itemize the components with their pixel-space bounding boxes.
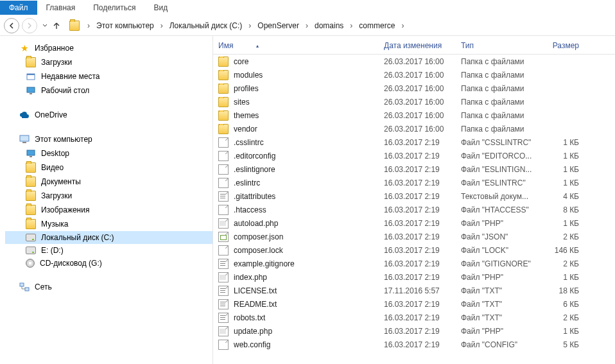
column-header-date[interactable]: Дата изменения xyxy=(379,41,456,50)
php-file-icon xyxy=(218,218,229,229)
main-area: ★ Избранное Загрузки Недавние места Рабо… xyxy=(0,36,615,364)
folder-icon xyxy=(26,219,36,229)
ribbon-tab-file[interactable]: Файл xyxy=(0,1,37,15)
file-date: 16.03.2017 2:19 xyxy=(379,165,456,174)
tree-item[interactable]: Документы xyxy=(5,175,212,189)
file-name: robots.txt xyxy=(234,313,265,322)
crumb-domains[interactable]: domains xyxy=(311,20,347,31)
file-date: 16.03.2017 2:19 xyxy=(379,273,456,282)
file-row[interactable]: autoload.php16.03.2017 2:19Файл "PHP"1 К… xyxy=(213,216,615,230)
column-header-type[interactable]: Тип xyxy=(456,41,546,50)
file-name: autoload.php xyxy=(234,219,278,228)
file-row[interactable]: sites26.03.2017 16:00Папка с файлами xyxy=(213,95,615,108)
breadcrumb[interactable]: › Этот компьютер› Локальный диск (C:)› O… xyxy=(67,18,611,33)
tree-item-downloads[interactable]: Загрузки xyxy=(5,55,212,69)
file-size: 1 КБ xyxy=(546,165,584,174)
tree-onedrive[interactable]: OneDrive xyxy=(5,108,212,122)
chevron-right-icon[interactable]: › xyxy=(85,21,92,30)
file-row[interactable]: README.txt16.03.2017 2:19Файл "TXT"6 КБ xyxy=(213,297,615,311)
tree-item[interactable]: E: (D:) xyxy=(5,244,212,257)
chevron-right-icon[interactable]: › xyxy=(246,21,254,30)
tree-item[interactable]: CD-дисковод (G:) xyxy=(5,257,212,270)
column-header-name[interactable]: Имя▴ xyxy=(213,41,379,50)
column-header-size[interactable]: Размер xyxy=(546,41,584,50)
file-icon xyxy=(218,340,229,350)
file-row[interactable]: .eslintrc16.03.2017 2:19Файл "ESLINTRC"1… xyxy=(213,176,615,189)
file-date: 16.03.2017 2:19 xyxy=(379,327,456,336)
crumb-this-pc[interactable]: Этот компьютер xyxy=(92,20,158,31)
cd-icon xyxy=(26,259,35,268)
tree-item[interactable]: Изображения xyxy=(5,203,212,217)
desktop-icon xyxy=(26,85,36,96)
nav-up-button[interactable] xyxy=(53,22,60,30)
ribbon-tab-view[interactable]: Вид xyxy=(144,1,177,15)
file-row[interactable]: composer.lock16.03.2017 2:19Файл "LOCK"1… xyxy=(213,243,615,257)
file-date: 26.03.2017 16:00 xyxy=(379,71,456,80)
file-row[interactable]: core26.03.2017 16:00Папка с файлами xyxy=(213,55,615,68)
file-row[interactable]: .csslintrc16.03.2017 2:19Файл "CSSLINTRC… xyxy=(213,135,615,149)
ribbon-tab-home[interactable]: Главная xyxy=(37,1,85,15)
file-size: 18 КБ xyxy=(546,286,584,295)
tree-item-label: E: (D:) xyxy=(41,246,64,255)
folder-icon xyxy=(218,110,229,121)
file-type: Файл "ESLINTRC" xyxy=(456,178,546,187)
tree-favorites[interactable]: ★ Избранное xyxy=(5,41,212,55)
folder-icon xyxy=(218,56,229,67)
nav-back-button[interactable] xyxy=(4,18,19,33)
chevron-right-icon[interactable]: › xyxy=(303,21,311,30)
tree-item-label: CD-дисковод (G:) xyxy=(40,259,102,268)
file-row[interactable]: modules26.03.2017 16:00Папка с файлами xyxy=(213,68,615,82)
folder-icon xyxy=(218,124,229,134)
file-date: 16.03.2017 2:19 xyxy=(379,192,456,201)
recent-locations-dropdown[interactable] xyxy=(42,24,48,28)
svg-rect-9 xyxy=(25,288,29,291)
chevron-right-icon[interactable]: › xyxy=(399,21,406,30)
tree-onedrive-label: OneDrive xyxy=(35,110,67,119)
file-row[interactable]: .editorconfig16.03.2017 2:19Файл "EDITOR… xyxy=(213,149,615,162)
file-date: 16.03.2017 2:19 xyxy=(379,313,456,322)
ribbon-tabs: Файл Главная Поделиться Вид xyxy=(0,0,615,15)
file-type: Файл "CSSLINTRC" xyxy=(456,138,546,147)
file-row[interactable]: .htaccess16.03.2017 2:19Файл "HTACCESS"8… xyxy=(213,203,615,216)
tree-item[interactable]: Видео xyxy=(5,160,212,175)
file-row[interactable]: update.php16.03.2017 2:19Файл "PHP"1 КБ xyxy=(213,324,615,338)
file-name: LICENSE.txt xyxy=(234,286,277,295)
file-row[interactable]: robots.txt16.03.2017 2:19Файл "TXT"2 КБ xyxy=(213,311,615,324)
file-name: .gitattributes xyxy=(234,192,275,201)
file-row[interactable]: vendor26.03.2017 16:00Папка с файлами xyxy=(213,122,615,135)
file-row[interactable]: themes26.03.2017 16:00Папка с файлами xyxy=(213,108,615,122)
chevron-right-icon[interactable]: › xyxy=(158,21,166,30)
crumb-local-disk[interactable]: Локальный диск (C:) xyxy=(166,20,247,31)
file-row[interactable]: composer.json16.03.2017 2:19Файл "JSON"2… xyxy=(213,230,615,243)
file-type: Папка с файлами xyxy=(456,125,546,134)
file-name: index.php xyxy=(234,273,267,282)
ribbon-tab-share[interactable]: Поделиться xyxy=(84,1,144,15)
file-row[interactable]: index.php16.03.2017 2:19Файл "PHP"1 КБ xyxy=(213,270,615,284)
crumb-openserver[interactable]: OpenServer xyxy=(254,20,303,31)
tree-item-recent[interactable]: Недавние места xyxy=(5,69,212,83)
file-row[interactable]: web.config16.03.2017 2:19Файл "CONFIG"5 … xyxy=(213,338,615,351)
svg-rect-5 xyxy=(22,142,26,143)
file-row[interactable]: .gitattributes16.03.2017 2:19Текстовый д… xyxy=(213,189,615,203)
nav-forward-button[interactable] xyxy=(22,18,37,33)
tree-item[interactable]: Музыка xyxy=(5,217,212,231)
file-row[interactable]: profiles26.03.2017 16:00Папка с файлами xyxy=(213,82,615,95)
tree-this-pc[interactable]: Этот компьютер xyxy=(5,132,212,146)
folder-icon xyxy=(218,83,229,94)
file-row[interactable]: .eslintignore16.03.2017 2:19Файл "ESLINT… xyxy=(213,162,615,176)
tree-item[interactable]: Desktop xyxy=(5,146,212,160)
file-row[interactable]: example.gitignore16.03.2017 2:19Файл "GI… xyxy=(213,257,615,270)
folder-icon xyxy=(26,57,36,67)
file-name: profiles xyxy=(234,84,259,93)
crumb-commerce[interactable]: commerce xyxy=(355,20,399,31)
file-date: 26.03.2017 16:00 xyxy=(379,125,456,134)
chevron-right-icon[interactable]: › xyxy=(347,21,355,30)
file-row[interactable]: LICENSE.txt17.11.2016 5:57Файл "TXT"18 К… xyxy=(213,284,615,297)
file-date: 16.03.2017 2:19 xyxy=(379,219,456,228)
php-file-icon xyxy=(218,272,229,282)
tree-item[interactable]: Локальный диск (C:) xyxy=(5,231,212,244)
tree-network[interactable]: Сеть xyxy=(5,280,212,294)
tree-item[interactable]: Загрузки xyxy=(5,189,212,203)
file-size: 1 КБ xyxy=(546,138,584,147)
tree-item-desktop[interactable]: Рабочий стол xyxy=(5,83,212,98)
